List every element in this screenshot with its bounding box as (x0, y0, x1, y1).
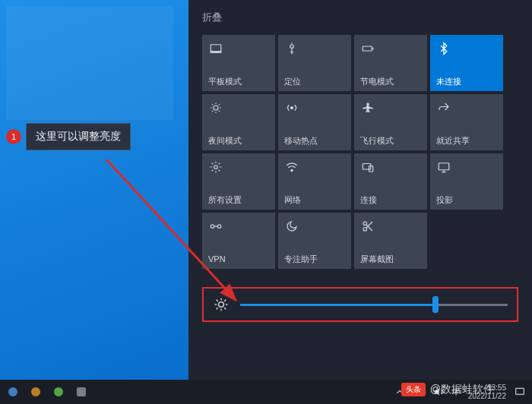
window-outline (6, 6, 173, 120)
taskbar-left (6, 385, 88, 399)
brightness-icon (213, 296, 230, 313)
quick-action-tile[interactable]: 飞行模式 (354, 94, 427, 150)
tile-label: 投影 (436, 195, 497, 205)
svg-rect-3 (363, 46, 372, 51)
quick-action-tiles: 平板模式定位节电模式未连接夜间模式移动热点飞行模式就近共享所有设置网络连接投影V… (202, 35, 518, 269)
tile-label: 移动热点 (284, 136, 345, 146)
annotation-text: 这里可以调整亮度 (26, 123, 131, 150)
focus-icon (284, 219, 299, 234)
settings-icon (208, 159, 223, 175)
svg-rect-29 (516, 388, 524, 394)
svg-point-15 (219, 302, 224, 308)
tile-label: 就近共享 (436, 136, 497, 146)
svg-point-12 (217, 225, 221, 229)
quick-action-tile[interactable]: 就近共享 (430, 94, 503, 150)
svg-rect-10 (439, 163, 449, 170)
quick-action-tile[interactable]: 节电模式 (354, 35, 427, 91)
bluetooth-icon (436, 41, 451, 56)
svg-line-23 (224, 300, 226, 301)
brightness-row (202, 287, 518, 322)
quick-action-tile[interactable]: 网络 (278, 153, 351, 210)
taskbar-app-icon[interactable] (6, 385, 20, 399)
svg-point-11 (211, 225, 214, 229)
svg-point-7 (291, 169, 293, 171)
watermark-author: @数据蛙软件 (430, 383, 494, 396)
share-icon (436, 100, 451, 115)
tile-label: 所有设置 (208, 195, 269, 205)
quick-action-tile[interactable]: 未连接 (430, 35, 503, 91)
project-icon (436, 159, 451, 175)
tablet-icon (208, 41, 223, 56)
taskbar-app-icon[interactable] (74, 385, 88, 399)
tile-label: 夜间模式 (208, 136, 269, 146)
svg-line-20 (217, 300, 218, 301)
svg-point-5 (291, 107, 293, 109)
svg-point-6 (214, 166, 218, 169)
battery-icon (360, 41, 375, 56)
vpn-icon (208, 219, 223, 234)
quick-action-tile[interactable]: 屏幕截图 (354, 213, 427, 269)
svg-rect-1 (211, 45, 221, 52)
svg-line-22 (217, 308, 218, 309)
svg-point-26 (54, 387, 63, 396)
night-icon (208, 100, 223, 115)
svg-point-4 (214, 106, 218, 110)
location-icon (284, 41, 299, 56)
tile-label: 屏幕截图 (360, 254, 421, 264)
tile-label: 未连接 (436, 77, 497, 87)
annotation-badge: 1 (6, 129, 21, 144)
annotation-callout: 1 这里可以调整亮度 (6, 123, 131, 150)
watermark: 头条 @数据蛙软件 (401, 383, 494, 396)
collapse-link[interactable]: 折叠 (202, 11, 518, 24)
connect-icon (360, 159, 375, 175)
quick-action-tile[interactable]: 专注助手 (278, 213, 351, 269)
tile-label: 飞行模式 (360, 136, 421, 146)
tile-label: VPN (208, 254, 269, 264)
taskbar-app-icon[interactable] (29, 385, 43, 399)
tile-label: 专注助手 (284, 254, 345, 264)
tile-label: 网络 (284, 195, 345, 205)
svg-line-21 (224, 308, 226, 309)
taskbar-app-icon[interactable] (52, 385, 65, 399)
airplane-icon (360, 100, 375, 115)
wifi-icon (284, 159, 299, 175)
svg-point-24 (8, 387, 17, 396)
tile-label: 定位 (284, 77, 345, 87)
slider-thumb[interactable] (432, 296, 439, 313)
hotspot-icon (284, 100, 299, 115)
quick-action-tile[interactable]: 定位 (278, 35, 351, 91)
brightness-slider[interactable] (240, 304, 508, 306)
action-center-panel: 折叠 平板模式定位节电模式未连接夜间模式移动热点飞行模式就近共享所有设置网络连接… (188, 0, 532, 380)
quick-action-tile[interactable]: 连接 (354, 153, 427, 210)
svg-rect-8 (363, 164, 371, 170)
quick-action-tile[interactable]: VPN (202, 213, 275, 269)
quick-action-tile[interactable]: 夜间模式 (202, 94, 275, 150)
quick-action-tile[interactable]: 移动热点 (278, 94, 351, 150)
svg-rect-27 (77, 387, 86, 396)
svg-point-2 (290, 45, 294, 49)
slider-fill (240, 304, 435, 306)
tray-notification-icon[interactable] (514, 386, 526, 398)
tile-label: 连接 (360, 195, 421, 205)
snip-icon (360, 219, 375, 234)
tile-label: 节电模式 (360, 77, 421, 87)
quick-action-tile[interactable]: 平板模式 (202, 35, 275, 91)
quick-action-tile[interactable]: 所有设置 (202, 153, 275, 210)
watermark-brand: 头条 (401, 383, 426, 396)
desktop-background (0, 0, 188, 380)
svg-point-25 (31, 387, 40, 396)
quick-action-tile[interactable]: 投影 (430, 153, 503, 210)
tile-label: 平板模式 (208, 77, 269, 87)
